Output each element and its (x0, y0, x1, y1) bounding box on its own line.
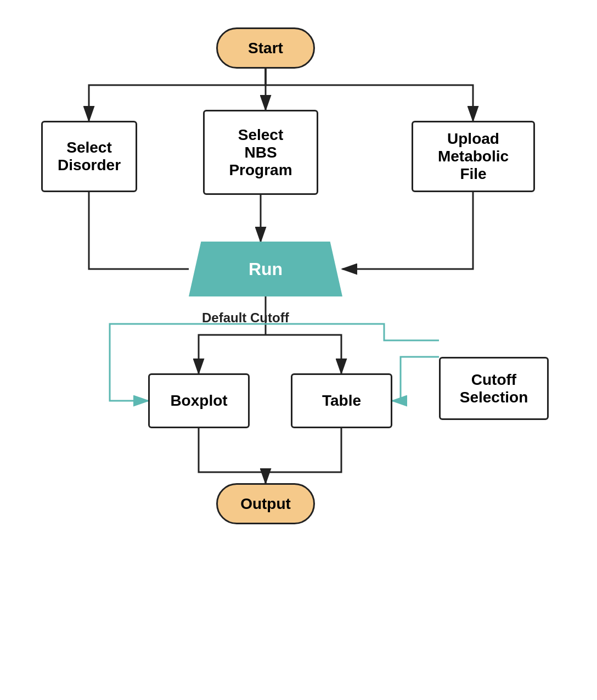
start-node: Start (216, 27, 315, 69)
output-node: Output (216, 483, 315, 524)
table-node: Table (291, 373, 392, 428)
cutoff-selection-node: Cutoff Selection (439, 357, 549, 420)
connector-lines (0, 0, 597, 700)
select-nbs-node: Select NBS Program (203, 110, 318, 195)
boxplot-node: Boxplot (148, 373, 250, 428)
run-node: Run (189, 242, 342, 296)
upload-metabolic-node: Upload Metabolic File (412, 121, 535, 192)
flowchart-diagram: Start Select Disorder Select NBS Program… (0, 0, 597, 700)
select-disorder-node: Select Disorder (41, 121, 137, 192)
default-cutoff-label: Default Cutoff (202, 310, 289, 326)
